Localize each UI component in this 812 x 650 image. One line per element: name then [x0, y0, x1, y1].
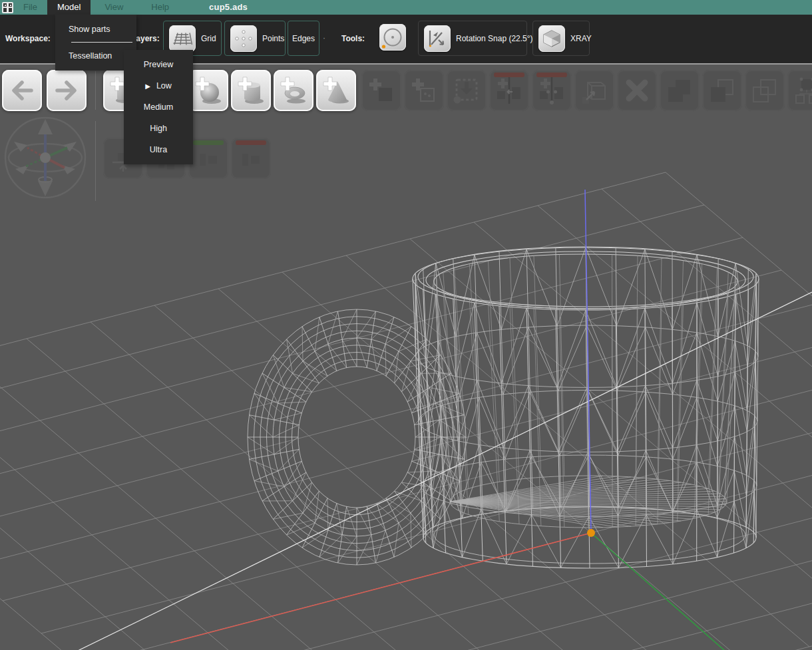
- layout-row-icon: [236, 144, 266, 173]
- boolean-subtract-button-disabled: [745, 70, 785, 111]
- xray-cube-icon: [538, 25, 565, 52]
- add-sphere-icon: [194, 76, 223, 105]
- add-cylinder-button[interactable]: [231, 70, 271, 111]
- submenu-item-ultra[interactable]: Ultra: [124, 139, 193, 160]
- group-objects-icon: [793, 76, 812, 105]
- rotation-snap-button[interactable]: Rotation Snap (22.5°): [418, 21, 527, 56]
- xray-button-label: XRAY: [570, 34, 592, 43]
- points-toggle-button[interactable]: Points: [224, 21, 286, 56]
- circle-snap-tool-button[interactable]: [379, 24, 406, 51]
- boolean-intersect-button-disabled: [702, 70, 742, 111]
- points-icon: [230, 25, 257, 52]
- orbit-gizmo[interactable]: [2, 116, 89, 202]
- add-cylinder-icon: [236, 76, 266, 105]
- insert-column-left-button-disabled: [489, 70, 529, 111]
- xray-toggle-button[interactable]: XRAY: [532, 21, 590, 56]
- gizmo-down-arrow[interactable]: [38, 181, 53, 196]
- delete-object-button-disabled: [617, 70, 657, 111]
- edges-toggle-button[interactable]: Edges: [288, 21, 319, 56]
- insert-column-left-icon: [495, 76, 524, 105]
- document-title: cup5.ads: [199, 0, 258, 15]
- high-label: High: [150, 124, 167, 133]
- submenu-item-high[interactable]: High: [124, 118, 193, 139]
- app-icon: [2, 2, 13, 13]
- scale-object-icon: [580, 76, 609, 105]
- boolean-union-icon: [665, 76, 694, 105]
- rotation-snap-icon: [424, 25, 451, 52]
- submenu-item-medium[interactable]: Medium: [124, 96, 193, 118]
- add-sphere-button[interactable]: [188, 70, 228, 111]
- edges-button-label: Edges: [292, 34, 315, 43]
- grid-button-label: Grid: [201, 34, 216, 43]
- gizmo-up-arrow[interactable]: [38, 119, 53, 134]
- submenu-item-preview[interactable]: Preview: [124, 54, 193, 75]
- workspace-label: Workspace:: [5, 34, 51, 43]
- add-torus-button[interactable]: [274, 70, 313, 111]
- menu-separator: [71, 42, 132, 43]
- drop-import-button-disabled: [447, 70, 487, 111]
- points-button-label: Points: [262, 34, 284, 43]
- ultra-label: Ultra: [150, 145, 167, 154]
- menu-view[interactable]: View: [95, 0, 133, 15]
- insert-column-points-icon: [537, 76, 566, 105]
- arrow-left-icon: [7, 76, 37, 105]
- add-cone-icon: [321, 76, 351, 105]
- circle-snap-icon: [381, 25, 405, 49]
- layout-row-icon: [194, 144, 223, 173]
- add-square-icon: [367, 76, 396, 105]
- show-parts-label: Show parts: [69, 25, 110, 34]
- arrow-right-icon: [52, 76, 81, 105]
- selected-marker-icon: ▶: [145, 82, 150, 90]
- group-objects-button-disabled: [787, 70, 812, 111]
- insert-column-points-button-disabled: [532, 70, 572, 111]
- drop-import-icon: [452, 76, 481, 105]
- gizmo-divider: [95, 121, 96, 201]
- scale-object-button-disabled: [574, 70, 614, 111]
- history-forward-button[interactable]: [47, 70, 87, 111]
- menu-item-show-parts[interactable]: Show parts: [55, 17, 136, 41]
- menu-file[interactable]: File: [13, 0, 47, 15]
- add-torus-icon: [279, 76, 308, 105]
- menu-help[interactable]: Help: [141, 0, 179, 15]
- add-cone-button[interactable]: [316, 70, 356, 111]
- boolean-subtract-icon: [750, 76, 779, 105]
- work-area: [0, 63, 812, 650]
- menu-bar: File Model View Help cup5.ads: [0, 0, 812, 15]
- grid-icon: [169, 25, 196, 52]
- layout-row-red-button-disabled: [231, 138, 271, 179]
- history-back-button[interactable]: [2, 70, 42, 111]
- toolbar-divider: [95, 71, 96, 110]
- add-square-points-icon: [409, 76, 439, 105]
- boolean-union-button-disabled: [660, 70, 700, 111]
- preview-label: Preview: [144, 60, 173, 69]
- menu-model[interactable]: Model: [47, 0, 91, 15]
- low-label: Low: [156, 81, 172, 90]
- medium-label: Medium: [144, 102, 173, 112]
- rotation-snap-label: Rotation Snap (22.5°): [456, 34, 533, 43]
- boolean-intersect-icon: [708, 76, 737, 105]
- layout-row-green-button-disabled: [188, 138, 228, 179]
- toolbar-separator-dot: ·: [323, 33, 325, 43]
- tessellation-label: Tessellation: [69, 51, 112, 61]
- add-square-button-disabled: [361, 70, 401, 111]
- origin-marker: [587, 529, 595, 537]
- submenu-item-low[interactable]: ▶ Low: [124, 75, 193, 96]
- add-square-points-button-disabled: [404, 70, 444, 111]
- tessellation-submenu: Preview ▶ Low Medium High Ultra: [124, 50, 193, 164]
- delete-x-icon: [622, 76, 652, 105]
- tools-label: Tools:: [341, 34, 365, 43]
